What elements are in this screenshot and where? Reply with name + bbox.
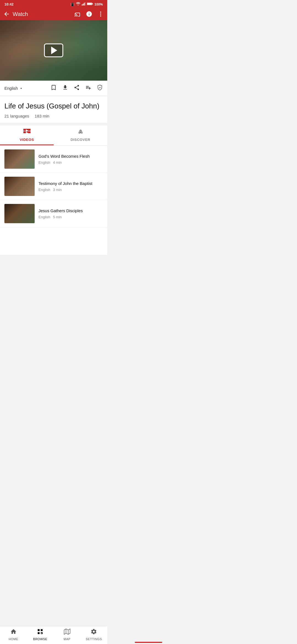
battery-percentage: 100% [94, 2, 103, 6]
tabs-row: VIDEOS DISCOVER [0, 125, 107, 146]
video-item-title-1: God's Word Becomes Flesh [38, 154, 103, 159]
toolbar-row: English [0, 81, 107, 96]
video-thumbnail-3 [4, 204, 35, 223]
app-bar: Watch [0, 8, 107, 20]
guardians-button[interactable] [97, 84, 103, 92]
back-button[interactable] [3, 11, 10, 17]
status-bar: 10:42 📳 100% [0, 0, 107, 8]
app-bar-actions [74, 11, 104, 17]
video-lang-3: English [38, 215, 50, 219]
toolbar-icons [51, 84, 103, 92]
list-item[interactable]: Testimony of John the Baptist English 3 … [0, 173, 107, 200]
svg-rect-14 [79, 132, 82, 133]
cast-button[interactable] [74, 11, 81, 17]
video-info-1: God's Word Becomes Flesh English 4 min [38, 154, 103, 165]
tab-discover[interactable]: DISCOVER [54, 125, 107, 145]
bookmark-button[interactable] [51, 84, 57, 92]
svg-point-18 [80, 130, 81, 131]
time-display: 10:42 [4, 2, 13, 6]
svg-rect-1 [83, 4, 84, 6]
wifi-icon [76, 2, 80, 6]
language-selector[interactable]: English [4, 86, 51, 91]
add-to-playlist-button[interactable] [85, 84, 91, 92]
info-button[interactable] [86, 11, 92, 17]
video-item-title-3: Jesus Gathers Disciples [38, 208, 103, 214]
video-meta: 21 languages 183 min [4, 114, 103, 118]
video-lang-2: English [38, 188, 50, 192]
videos-tab-icon [23, 129, 31, 137]
page-title: Watch [13, 11, 72, 17]
duration: 183 min [35, 114, 49, 118]
play-icon [51, 47, 57, 54]
video-item-meta-3: English 5 min [38, 215, 103, 219]
svg-rect-6 [92, 3, 93, 4]
video-list: God's Word Becomes Flesh English 4 min T… [0, 146, 107, 255]
svg-rect-0 [82, 4, 82, 6]
svg-point-9 [100, 15, 101, 17]
video-item-meta-1: English 4 min [38, 160, 103, 165]
list-item[interactable]: Jesus Gathers Disciples English 5 min [0, 200, 107, 227]
play-button[interactable] [44, 43, 63, 57]
video-item-meta-2: English 3 min [38, 188, 103, 192]
share-button[interactable] [74, 84, 80, 92]
video-thumbnail-1 [4, 149, 35, 169]
list-item[interactable]: God's Word Becomes Flesh English 4 min [0, 146, 107, 173]
discover-tab-icon [77, 129, 84, 137]
video-dur-3: 5 min [53, 215, 62, 219]
content-area: Life of Jesus (Gospel of John) 21 langua… [0, 96, 107, 123]
video-info-2: Testimony of John the Baptist English 3 … [38, 181, 103, 192]
video-info-3: Jesus Gathers Disciples English 5 min [38, 208, 103, 219]
video-item-title-2: Testimony of John the Baptist [38, 181, 103, 186]
language-label: English [4, 86, 18, 91]
svg-point-8 [100, 13, 101, 15]
status-right: 📳 100% [70, 2, 103, 6]
tab-videos[interactable]: VIDEOS [0, 125, 54, 145]
video-thumbnail-2 [4, 177, 35, 196]
video-title: Life of Jesus (Gospel of John) [4, 102, 103, 111]
signal-icon [82, 2, 86, 6]
svg-point-7 [100, 12, 101, 13]
svg-rect-3 [85, 2, 86, 6]
more-options-button[interactable] [97, 11, 104, 17]
video-dur-2: 3 min [53, 188, 62, 192]
vibrate-icon: 📳 [70, 2, 75, 6]
discover-tab-label: DISCOVER [71, 138, 90, 142]
languages-count: 21 languages [4, 114, 29, 118]
video-lang-1: English [38, 160, 50, 165]
video-thumbnail[interactable] [0, 20, 107, 81]
videos-tab-label: VIDEOS [20, 138, 34, 142]
svg-rect-2 [84, 3, 85, 6]
battery-icon [87, 2, 93, 6]
download-button[interactable] [62, 84, 68, 92]
chevron-down-icon [19, 86, 23, 91]
video-dur-1: 4 min [53, 160, 62, 165]
svg-rect-5 [87, 3, 92, 5]
